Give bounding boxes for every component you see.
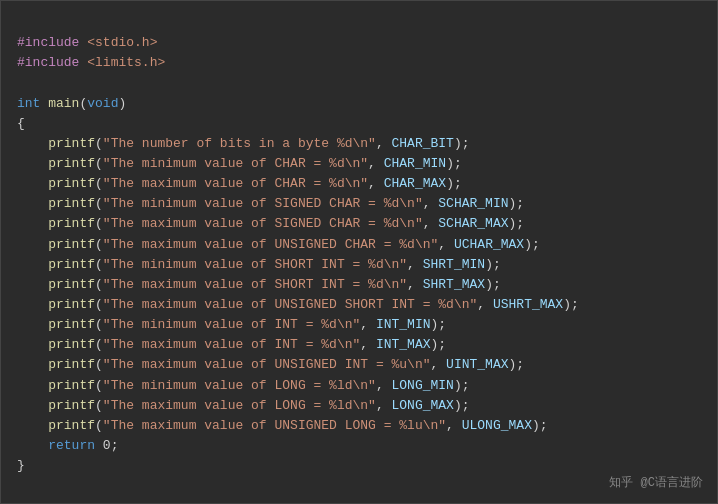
str-7: "The minimum value of SHORT INT = %d\n" (103, 257, 407, 272)
printf-6: printf (48, 237, 95, 252)
str-5: "The maximum value of SIGNED CHAR = %d\n… (103, 216, 423, 231)
macro-long-min: LONG_MIN (392, 378, 454, 393)
str-6: "The maximum value of UNSIGNED CHAR = %d… (103, 237, 438, 252)
str-11: "The maximum value of INT = %d\n" (103, 337, 360, 352)
macro-shrt-min: SHRT_MIN (423, 257, 485, 272)
str-9: "The maximum value of UNSIGNED SHORT INT… (103, 297, 477, 312)
printf-5: printf (48, 216, 95, 231)
str-3: "The maximum value of CHAR = %d\n" (103, 176, 368, 191)
macro-schar-max: SCHAR_MAX (438, 216, 508, 231)
printf-15: printf (48, 418, 95, 433)
str-13: "The minimum value of LONG = %ld\n" (103, 378, 376, 393)
macro-int-min: INT_MIN (376, 317, 431, 332)
macro-uchar-max: UCHAR_MAX (454, 237, 524, 252)
macro-char-max: CHAR_MAX (384, 176, 446, 191)
include-2: #include (17, 55, 79, 70)
str-14: "The maximum value of LONG = %ld\n" (103, 398, 376, 413)
str-15: "The maximum value of UNSIGNED LONG = %l… (103, 418, 446, 433)
macro-shrt-max: SHRT_MAX (423, 277, 485, 292)
watermark: 知乎 @C语言进阶 (609, 474, 703, 491)
printf-7: printf (48, 257, 95, 272)
macro-int-max: INT_MAX (376, 337, 431, 352)
printf-12: printf (48, 357, 95, 372)
keyword-void: void (87, 96, 118, 111)
macro-char-bit: CHAR_BIT (392, 136, 454, 151)
printf-10: printf (48, 317, 95, 332)
macro-long-max: LONG_MAX (392, 398, 454, 413)
printf-3: printf (48, 176, 95, 191)
macro-schar-min: SCHAR_MIN (438, 196, 508, 211)
printf-2: printf (48, 156, 95, 171)
str-4: "The minimum value of SIGNED CHAR = %d\n… (103, 196, 423, 211)
macro-char-min: CHAR_MIN (384, 156, 446, 171)
str-10: "The minimum value of INT = %d\n" (103, 317, 360, 332)
str-12: "The maximum value of UNSIGNED INT = %u\… (103, 357, 431, 372)
macro-ulong-max: ULONG_MAX (462, 418, 532, 433)
macro-ushrt-max: USHRT_MAX (493, 297, 563, 312)
macro-uint-max: UINT_MAX (446, 357, 508, 372)
keyword-int: int (17, 96, 40, 111)
str-8: "The maximum value of SHORT INT = %d\n" (103, 277, 407, 292)
str-1: "The number of bits in a byte %d\n" (103, 136, 376, 151)
include-file-2: <limits.h> (87, 55, 165, 70)
printf-14: printf (48, 398, 95, 413)
printf-11: printf (48, 337, 95, 352)
include-file-1: <stdio.h> (87, 35, 157, 50)
printf-13: printf (48, 378, 95, 393)
func-main: main (48, 96, 79, 111)
printf-4: printf (48, 196, 95, 211)
printf-8: printf (48, 277, 95, 292)
printf-1: printf (48, 136, 95, 151)
str-2: "The minimum value of CHAR = %d\n" (103, 156, 368, 171)
code-block: #include <stdio.h> #include <limits.h> i… (17, 13, 701, 496)
printf-9: printf (48, 297, 95, 312)
include-1: #include (17, 35, 79, 50)
code-container: #include <stdio.h> #include <limits.h> i… (0, 0, 718, 504)
keyword-return: return (48, 438, 95, 453)
